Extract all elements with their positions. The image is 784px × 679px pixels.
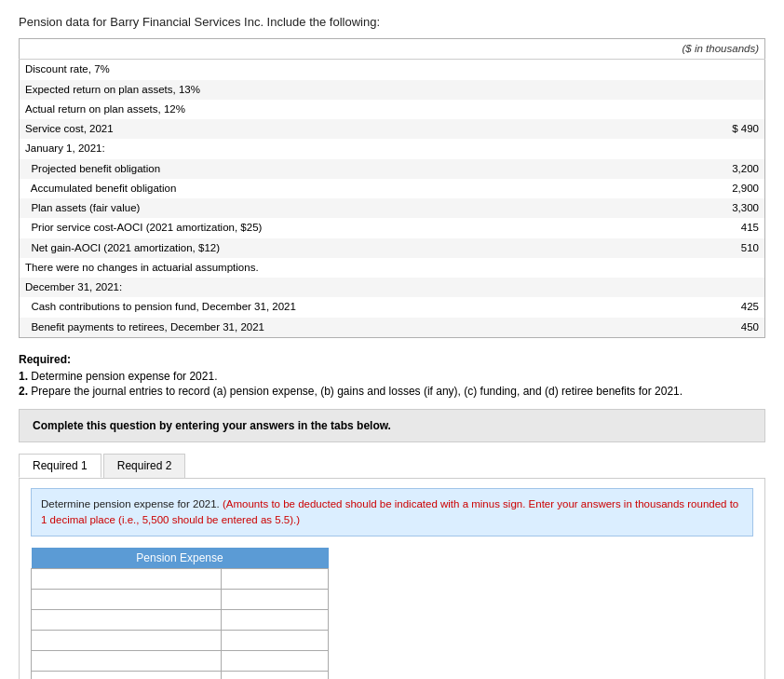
pension-row-value-5[interactable] [221,651,328,672]
table-row: There were no changes in actuarial assum… [20,258,654,278]
table-row: Cash contributions to pension fund, Dece… [20,297,654,317]
pension-input-5[interactable] [225,656,324,667]
pension-input-1[interactable] [225,574,324,585]
tab-content: Determine pension expense for 2021. (Amo… [19,478,765,679]
table-row: Plan assets (fair value) [20,198,654,218]
table-row: Prior service cost-AOCI (2021 amortizati… [20,218,654,238]
complete-banner: Complete this question by entering your … [19,409,765,442]
pension-row-value-6[interactable] [221,672,328,679]
table-row: Benefit payments to retirees, December 3… [20,318,654,338]
pension-row-label-3 [32,610,222,631]
required-item-1: 1. Determine pension expense for 2021. [19,370,765,383]
table-row: Actual return on plan assets, 12% [20,100,654,119]
table-row: Service cost, 2021 [20,119,654,139]
table-row: Net gain-AOCI (2021 amortization, $12) [20,238,654,258]
table-row: Accumulated benefit obligation [20,179,654,198]
tab-required-1[interactable]: Required 1 [19,454,101,478]
table-row: Discount rate, 7% [20,60,654,80]
pension-row-value-3[interactable] [221,610,328,631]
pension-input-4[interactable] [225,635,324,646]
table-row: December 31, 2021: [20,278,654,297]
page-title: Pension data for Barry Financial Service… [19,15,765,29]
pension-input-3[interactable] [225,615,324,626]
table-header-value: ($ in thousands) [654,39,765,60]
pension-row-label-2 [32,590,222,610]
pension-row-value-2[interactable] [221,590,328,610]
required-item-2: 2. Prepare the journal entries to record… [19,385,765,398]
instruction-main: Determine pension expense for 2021. [41,498,220,509]
table-row: January 1, 2021: [20,139,654,158]
pension-row-value-4[interactable] [221,631,328,651]
tabs-row: Required 1 Required 2 [19,454,765,478]
pension-expense-table: Pension Expense Pension expense [31,548,329,679]
pension-row-label-5 [32,651,222,672]
pension-row-value-1[interactable] [221,569,328,590]
pension-table-header: Pension Expense [32,548,329,569]
pension-row-label-6 [32,672,222,679]
tab-required-2[interactable]: Required 2 [103,454,186,478]
required-title: Required: [19,353,765,366]
data-table: ($ in thousands) Discount rate, 7% Expec… [19,38,765,338]
pension-row-label-1 [32,569,222,590]
pension-input-2[interactable] [225,594,324,605]
table-row: Projected benefit obligation [20,159,654,179]
instruction-box: Determine pension expense for 2021. (Amo… [31,488,753,537]
table-row: Expected return on plan assets, 13% [20,80,654,100]
pension-row-label-4 [32,631,222,651]
required-section: Required: 1. Determine pension expense f… [19,353,765,398]
